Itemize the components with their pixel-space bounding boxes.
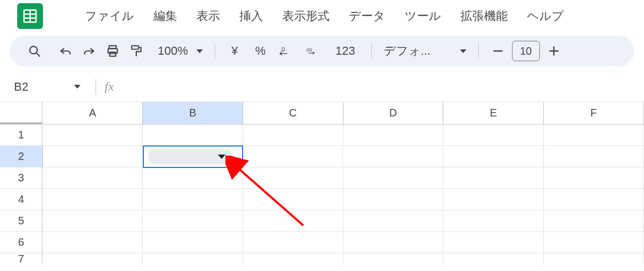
cell-b1[interactable] [143,124,243,146]
percent-button[interactable]: % [247,39,275,63]
cell-a1[interactable] [42,124,143,146]
grid-row: 4 [0,189,644,210]
svg-line-5 [36,53,40,56]
chevron-down-icon [460,49,466,53]
separator [215,43,215,59]
cell-b2[interactable] [143,145,243,168]
font-size-input[interactable]: 10 [512,41,540,61]
cell-f2[interactable] [544,146,644,167]
column-header-f[interactable]: F [544,102,644,124]
menu-insert[interactable]: 挿入 [230,5,273,27]
cell-e7[interactable] [443,253,544,264]
cell-d7[interactable] [343,253,444,264]
select-all-corner[interactable] [0,102,42,124]
menu-tools[interactable]: ツール [395,5,451,27]
cell-c3[interactable] [243,167,343,189]
sheets-logo [17,3,43,29]
cell-e2[interactable] [443,146,544,167]
column-header-b[interactable]: B [143,102,243,124]
grid-row: 1 [0,124,644,146]
menu-bar: ファイル 編集 表示 挿入 表示形式 データ ツール 拡張機能 ヘルプ [0,0,644,32]
cell-d5[interactable] [343,210,444,232]
cell-c7[interactable] [243,253,343,264]
cell-a2[interactable] [43,146,143,167]
row-header-4[interactable]: 4 [0,189,42,210]
menu-edit[interactable]: 編集 [144,5,187,27]
column-header-c[interactable]: C [243,102,343,124]
menu-file[interactable]: ファイル [75,5,144,27]
menu-view[interactable]: 表示 [187,5,230,27]
column-header-e[interactable]: E [443,102,544,124]
cell-d2[interactable] [343,146,443,167]
spreadsheet-grid: A B C D E F 1 2 3 4 [0,102,644,264]
cell-e1[interactable] [443,124,544,146]
cell-e4[interactable] [443,189,544,210]
cell-b5[interactable] [143,210,243,232]
currency-button[interactable]: ¥ [223,39,246,63]
row-header-5[interactable]: 5 [0,210,42,232]
column-header-d[interactable]: D [343,102,444,124]
cell-b4[interactable] [143,189,243,210]
font-family-dropdown[interactable]: デフォ... [379,43,471,59]
cell-c4[interactable] [243,189,343,210]
grid-row: 5 [0,210,644,232]
cell-e6[interactable] [443,232,544,253]
cell-d1[interactable] [343,124,444,146]
more-formats-button[interactable]: 123 [327,39,364,63]
cell-a4[interactable] [42,189,143,210]
redo-button[interactable] [77,39,101,63]
menu-extensions[interactable]: 拡張機能 [451,5,517,27]
name-box[interactable]: B2 [4,80,87,94]
undo-button[interactable] [54,39,77,63]
cell-b3[interactable] [143,167,243,189]
svg-rect-9 [131,46,138,49]
cell-f6[interactable] [544,232,644,253]
font-size-increase-button[interactable] [542,39,566,63]
paint-format-button[interactable] [125,39,148,63]
fx-icon: fx [105,79,114,94]
column-header-a[interactable]: A [42,102,143,124]
chevron-down-icon [196,49,203,53]
cell-d6[interactable] [343,232,444,253]
row-header-1[interactable]: 1 [0,124,42,146]
cell-f4[interactable] [544,189,644,210]
cell-c5[interactable] [243,210,343,232]
row-header-2[interactable]: 2 [0,146,43,167]
decrease-decimal-button[interactable]: .0 [274,39,298,63]
cell-a3[interactable] [42,167,143,189]
cell-c1[interactable] [243,124,343,146]
toolbar: 100% ¥ % .0 .00 123 デフォ... 10 [10,35,634,67]
increase-decimal-button[interactable]: .00 [298,39,327,63]
font-name-label: デフォ... [384,43,457,59]
zoom-dropdown[interactable]: 100% [153,44,207,58]
menu-help[interactable]: ヘルプ [517,5,574,27]
menu-data[interactable]: データ [339,5,395,27]
cell-f3[interactable] [544,167,644,189]
search-menus-button[interactable] [23,39,46,63]
column-header-row: A B C D E F [0,102,644,124]
cell-f1[interactable] [544,124,644,146]
cell-e5[interactable] [443,210,544,232]
cell-a7[interactable] [42,253,143,264]
cell-f7[interactable] [544,253,644,264]
grid-row: 3 [0,167,644,189]
cell-c6[interactable] [243,232,343,253]
cell-d3[interactable] [343,167,444,189]
cell-b6[interactable] [143,232,243,253]
menu-format[interactable]: 表示形式 [273,5,339,27]
chevron-down-icon [218,155,225,159]
row-header-7[interactable]: 7 [0,253,42,264]
data-validation-dropdown-chip[interactable] [148,149,233,164]
cell-a5[interactable] [42,210,143,232]
cell-c2[interactable] [243,146,343,167]
row-header-3[interactable]: 3 [0,167,42,189]
cell-d4[interactable] [343,189,444,210]
print-button[interactable] [101,39,125,63]
zoom-value: 100% [158,44,193,58]
cell-f5[interactable] [544,210,644,232]
row-header-6[interactable]: 6 [0,232,42,253]
cell-b7[interactable] [143,253,243,264]
cell-e3[interactable] [443,167,544,189]
cell-a6[interactable] [42,232,143,253]
font-size-decrease-button[interactable] [486,39,510,63]
